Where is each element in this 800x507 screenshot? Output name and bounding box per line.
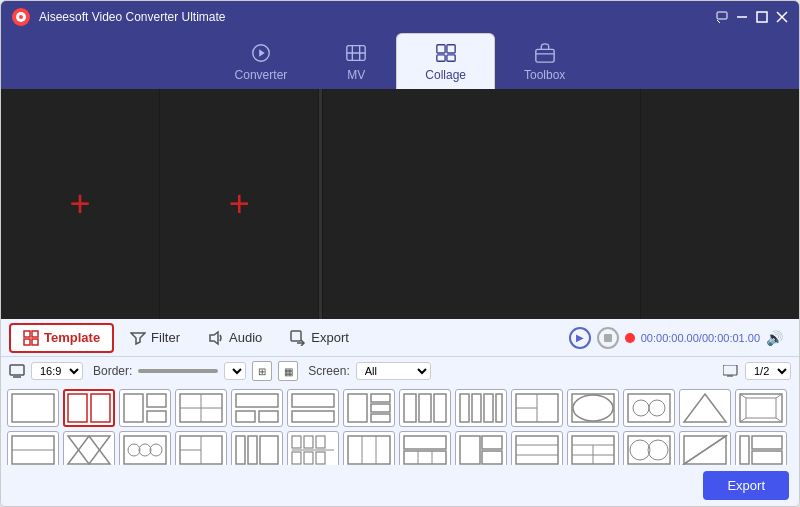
tab-filter[interactable]: Filter xyxy=(118,325,192,351)
svg-rect-79 xyxy=(348,436,390,464)
svg-point-66 xyxy=(128,444,140,456)
close-button[interactable] xyxy=(775,10,789,24)
svg-rect-21 xyxy=(32,339,38,345)
template-r2-9[interactable] xyxy=(455,431,507,465)
nav-tabs: Converter MV Collage Toolbox xyxy=(1,33,799,89)
svg-rect-16 xyxy=(536,49,554,62)
template-t9[interactable] xyxy=(455,389,507,427)
maximize-button[interactable] xyxy=(755,10,769,24)
template-r2-2[interactable] xyxy=(63,431,115,465)
export-button[interactable]: Export xyxy=(703,471,789,500)
template-r2-4[interactable] xyxy=(175,431,227,465)
template-t4[interactable] xyxy=(175,389,227,427)
svg-point-53 xyxy=(573,395,613,421)
preview-panel-right xyxy=(641,89,799,319)
template-t7[interactable] xyxy=(343,389,395,427)
svg-marker-98 xyxy=(684,436,726,464)
template-r2-5[interactable] xyxy=(231,431,283,465)
svg-rect-24 xyxy=(10,365,24,375)
template-t6[interactable] xyxy=(287,389,339,427)
svg-rect-86 xyxy=(482,451,502,464)
svg-rect-54 xyxy=(572,394,614,422)
template-t14[interactable] xyxy=(735,389,787,427)
template-r2-1[interactable] xyxy=(7,431,59,465)
svg-rect-48 xyxy=(484,394,493,422)
controls-bar: 16:9 4:3 1:1 Border: — ⊞ ▦ Screen: All S… xyxy=(1,357,799,385)
video-panel-1[interactable]: + xyxy=(1,89,159,319)
svg-rect-14 xyxy=(436,55,444,61)
chat-button[interactable] xyxy=(715,10,729,24)
svg-rect-33 xyxy=(147,411,166,422)
template-t13[interactable] xyxy=(679,389,731,427)
main-content: + + Template xyxy=(1,89,799,506)
svg-rect-30 xyxy=(91,394,110,422)
svg-rect-37 xyxy=(292,394,334,407)
template-r2-7[interactable] xyxy=(343,431,395,465)
svg-rect-23 xyxy=(291,331,301,341)
template-r2-10[interactable] xyxy=(511,431,563,465)
svg-rect-39 xyxy=(348,394,367,422)
svg-rect-100 xyxy=(752,436,782,449)
stop-icon xyxy=(604,334,612,342)
border-slider[interactable] xyxy=(138,369,218,373)
svg-rect-81 xyxy=(404,451,446,464)
template-row-1 xyxy=(7,389,793,427)
template-two-v[interactable] xyxy=(63,389,115,427)
template-t3[interactable] xyxy=(119,389,171,427)
add-icon-1: + xyxy=(70,186,91,222)
svg-rect-101 xyxy=(752,451,782,464)
app-title: Aiseesoft Video Converter Ultimate xyxy=(39,10,715,24)
aspect-ratio-select[interactable]: 16:9 4:3 1:1 xyxy=(31,362,83,380)
stop-button[interactable] xyxy=(597,327,619,349)
playback-controls: ▶ 00:00:00.00/00:00:01.00 🔊 xyxy=(565,325,791,351)
template-r2-12[interactable] xyxy=(623,431,675,465)
tab-converter[interactable]: Converter xyxy=(206,33,317,89)
tab-mv[interactable]: MV xyxy=(316,33,396,89)
svg-marker-64 xyxy=(68,436,110,464)
template-r2-6[interactable] xyxy=(287,431,339,465)
svg-rect-87 xyxy=(516,436,558,464)
template-t5[interactable] xyxy=(231,389,283,427)
svg-rect-45 xyxy=(434,394,446,422)
volume-icon[interactable]: 🔊 xyxy=(766,330,783,346)
screen-select[interactable]: All Screen 1 Screen 2 xyxy=(356,362,431,380)
template-t10[interactable] xyxy=(511,389,563,427)
svg-rect-29 xyxy=(68,394,87,422)
svg-marker-63 xyxy=(68,436,110,464)
app-logo xyxy=(11,7,31,27)
template-t12[interactable] xyxy=(623,389,675,427)
template-r2-8[interactable] xyxy=(399,431,451,465)
svg-rect-44 xyxy=(419,394,431,422)
svg-rect-73 xyxy=(292,436,301,448)
border-style-select[interactable]: — xyxy=(224,362,246,380)
panel-divider xyxy=(319,89,322,319)
tab-toolbox[interactable]: Toolbox xyxy=(495,33,594,89)
tab-audio[interactable]: Audio xyxy=(196,325,274,351)
svg-rect-70 xyxy=(236,436,245,464)
svg-point-67 xyxy=(139,444,151,456)
tab-collage[interactable]: Collage xyxy=(396,33,495,89)
template-r2-13[interactable] xyxy=(679,431,731,465)
play-button[interactable]: ▶ xyxy=(569,327,591,349)
video-panel-2[interactable]: + xyxy=(160,89,318,319)
tab-export[interactable]: Export xyxy=(278,325,361,351)
template-t11[interactable] xyxy=(567,389,619,427)
template-t8[interactable] xyxy=(399,389,451,427)
template-r2-3[interactable] xyxy=(119,431,171,465)
svg-rect-72 xyxy=(260,436,278,464)
tab-template[interactable]: Template xyxy=(9,323,114,353)
template-single[interactable] xyxy=(7,389,59,427)
time-display: 00:00:00.00/00:00:01.00 xyxy=(641,332,760,344)
page-select[interactable]: 1/2 2/2 xyxy=(745,362,791,380)
svg-marker-10 xyxy=(259,49,265,56)
audio-icon xyxy=(208,330,224,346)
screen-label: Screen: xyxy=(308,364,349,378)
template-r2-11[interactable] xyxy=(567,431,619,465)
bottom-export-bar: Export xyxy=(1,465,799,506)
svg-rect-74 xyxy=(304,436,313,448)
template-r2-14[interactable] xyxy=(735,431,787,465)
minimize-button[interactable] xyxy=(735,10,749,24)
border-pattern-icon[interactable]: ▦ xyxy=(278,361,298,381)
filter-icon xyxy=(130,330,146,346)
border-grid-icon[interactable]: ⊞ xyxy=(252,361,272,381)
